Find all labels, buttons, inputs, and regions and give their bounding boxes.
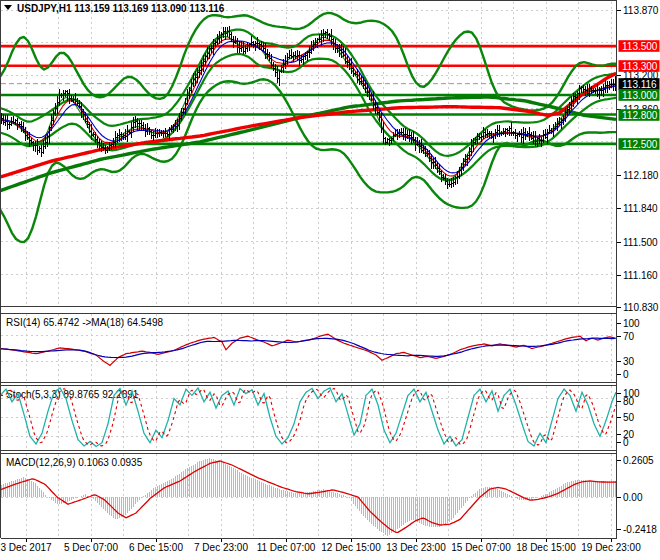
macd-axis-label: -0.2418 xyxy=(623,524,657,535)
price-axis-label: 110.830 xyxy=(623,302,659,313)
rsi-indicator-label: RSI(14) 65.4742 ->MA(18) 64.5498 xyxy=(6,317,163,328)
svg-text:113.500: 113.500 xyxy=(622,41,658,52)
rsi-axis-label: 70 xyxy=(623,331,635,342)
chart-title: USDJPY,H1 113.159 113.169 113.090 113.11… xyxy=(17,3,225,14)
time-axis-label: 15 Dec 07:00 xyxy=(451,542,511,553)
chart-dropdown-icon[interactable] xyxy=(4,5,12,10)
stoch-axis-label: 50 xyxy=(623,412,635,423)
mt4-chart-window: RSI(14) 65.4742 ->MA(18) 64.5498 Stoch(5… xyxy=(0,0,660,560)
rsi-axis-label: 100 xyxy=(623,318,640,329)
price-level-badge: 112.500 xyxy=(619,138,660,150)
price-level-badge: 113.000 xyxy=(619,89,660,101)
svg-text:112.500: 112.500 xyxy=(622,139,658,150)
macd-axis-label: 0.00 xyxy=(623,492,643,503)
time-axis-label: 5 Dec 07:00 xyxy=(64,542,118,553)
stoch-axis-label: 80 xyxy=(623,396,635,407)
time-axis-label: 6 Dec 15:00 xyxy=(129,542,183,553)
time-axis-label: 12 Dec 15:00 xyxy=(321,542,381,553)
chart-canvas[interactable]: RSI(14) 65.4742 ->MA(18) 64.5498 Stoch(5… xyxy=(0,0,660,560)
svg-text:113.300: 113.300 xyxy=(622,61,658,72)
time-axis-label: 7 Dec 23:00 xyxy=(194,542,248,553)
time-axis-label: 13 Dec 23:00 xyxy=(386,542,446,553)
time-axis-label: 18 Dec 15:00 xyxy=(516,542,576,553)
macd-axis-label: 0.2605 xyxy=(623,455,654,466)
svg-text:113.000: 113.000 xyxy=(622,90,658,101)
time-axis-label: 3 Dec 2017 xyxy=(0,542,52,553)
rsi-panel xyxy=(0,334,616,365)
price-level-badge: 113.300 xyxy=(619,60,660,72)
rsi-axis-label: 0 xyxy=(623,369,629,380)
time-axis-label: 19 Dec 23:00 xyxy=(581,542,641,553)
svg-text:113.116: 113.116 xyxy=(622,79,657,90)
price-axis-label: 111.500 xyxy=(623,237,658,248)
macd-indicator-label: MACD(12,26,9) 0.1063 0.0935 xyxy=(6,457,143,468)
price-level-badge: 112.800 xyxy=(619,109,660,121)
price-axis-label: 111.840 xyxy=(623,203,658,214)
rsi-axis-label: 30 xyxy=(623,356,635,367)
time-axis-label: 11 Dec 07:00 xyxy=(257,542,316,553)
main-price-panel xyxy=(0,13,617,242)
price-axis-label: 112.180 xyxy=(623,170,659,181)
price-axis-label: 113.870 xyxy=(623,5,659,16)
price-level-badge: 113.500 xyxy=(619,40,660,52)
svg-text:112.800: 112.800 xyxy=(622,110,658,121)
stoch-axis-label: 0 xyxy=(623,437,629,448)
axes: 113.870113.200112.860112.180111.840111.5… xyxy=(0,5,659,554)
price-level-badge: 113.116 xyxy=(619,78,660,90)
price-axis-label: 111.160 xyxy=(623,270,658,281)
